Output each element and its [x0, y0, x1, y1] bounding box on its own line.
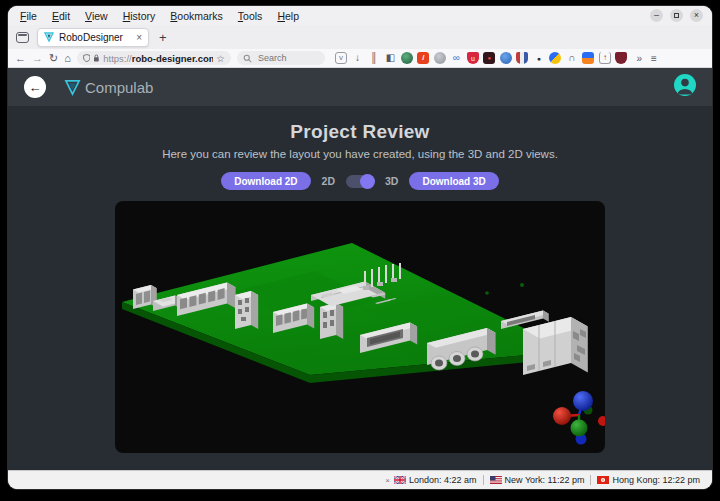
split-square-extension-icon[interactable]: [582, 52, 594, 64]
close-button[interactable]: ×: [690, 9, 703, 22]
clock-hong-kong: Hong Kong: 12:22 pm: [590, 475, 706, 485]
bookmark-star-icon[interactable]: ☆: [216, 53, 225, 64]
tab-favicon: [44, 32, 54, 42]
us-flag-icon: [490, 476, 502, 484]
pcb-3d-view[interactable]: [115, 201, 605, 453]
user-avatar[interactable]: [674, 74, 696, 100]
menu-tools[interactable]: Tools: [238, 10, 263, 22]
browser-window: File Edit View History Bookmarks Tools H…: [8, 6, 712, 489]
downloads-icon[interactable]: ↓: [351, 52, 363, 64]
listen-extension-icon[interactable]: ∩: [566, 52, 578, 64]
gray-globe-extension-icon[interactable]: [434, 52, 446, 64]
tab-robodesigner[interactable]: RoboDesigner ×: [37, 28, 149, 47]
library-icon[interactable]: ║: [368, 52, 380, 64]
blue-link-extension-icon[interactable]: ∞: [450, 52, 462, 64]
maroon-shield-extension-icon[interactable]: [615, 52, 627, 64]
minimize-button[interactable]: –: [650, 9, 663, 22]
tracking-shield-icon[interactable]: [83, 53, 91, 63]
axis-red-sphere: [553, 407, 571, 425]
pcb-board: [122, 243, 570, 383]
menu-file[interactable]: File: [20, 10, 37, 22]
firefox-view-icon[interactable]: [16, 32, 29, 43]
uk-flag-icon: [394, 476, 406, 484]
page-title: Project Review: [290, 121, 429, 143]
flag-shield-extension-icon[interactable]: [516, 52, 528, 64]
brand-name: Compulab: [85, 79, 153, 96]
status-bar: × London: 4:22 am: [8, 470, 712, 489]
component-vertical-connector-a: [235, 291, 258, 329]
tab-title: RoboDesigner: [59, 32, 131, 43]
sidebar-icon[interactable]: ◧: [384, 52, 396, 64]
extensions-row: v ↓ ║ ◧ / ∞ u ● ● ∩ ↑: [335, 52, 628, 64]
overflow-chevron-icon[interactable]: »: [636, 53, 642, 64]
component-rj45-block: [523, 317, 588, 375]
maximize-icon: [674, 13, 679, 18]
pocket-icon[interactable]: v: [335, 52, 347, 64]
app-menu-icon[interactable]: ≡: [651, 53, 657, 64]
axis-gizmo[interactable]: [553, 391, 605, 445]
view-toggle[interactable]: [346, 175, 374, 188]
axis-green-sphere: [571, 420, 588, 437]
label-2d: 2D: [322, 175, 335, 187]
avatar-icon: [674, 74, 696, 96]
clock-label: London: 4:22 am: [409, 475, 477, 485]
lock-icon[interactable]: [93, 53, 100, 63]
url-scheme: https://: [103, 53, 132, 64]
maximize-button[interactable]: [670, 9, 683, 22]
split-circle-extension-icon[interactable]: [549, 52, 561, 64]
url-bar[interactable]: https://robo-designer.com/pro ☆: [77, 51, 231, 65]
dark-badge-extension-icon[interactable]: ●: [483, 52, 495, 64]
compulab-logo-icon: [64, 79, 81, 96]
download-2d-button[interactable]: Download 2D: [221, 172, 310, 190]
clock-london: × London: 4:22 am: [379, 475, 482, 485]
tab-bar: RoboDesigner × +: [8, 25, 712, 49]
menu-view[interactable]: View: [85, 10, 108, 22]
page-subtitle: Here you can review the layout you have …: [162, 148, 558, 160]
3d-viewport[interactable]: [115, 201, 605, 453]
url-host: robo-designer.com: [132, 53, 214, 64]
main-content: Project Review Here you can review the l…: [8, 106, 712, 472]
back-icon[interactable]: ←: [15, 53, 26, 64]
toggle-knob: [360, 174, 375, 189]
site-back-button[interactable]: ←: [24, 76, 46, 98]
page-content: ← Compulab: [8, 68, 712, 472]
forward-icon[interactable]: →: [32, 53, 43, 64]
menu-bookmarks[interactable]: Bookmarks: [170, 10, 223, 22]
menubar: File Edit View History Bookmarks Tools H…: [8, 6, 712, 25]
new-tab-button[interactable]: +: [159, 30, 167, 45]
clock-label: Hong Kong: 12:22 pm: [612, 475, 700, 485]
green-circle-extension-icon[interactable]: [401, 52, 413, 64]
search-bar[interactable]: [237, 51, 325, 65]
component-vertical-connector-b: [320, 303, 343, 339]
home-icon[interactable]: ⌂: [64, 53, 71, 64]
clock-new-york: New York: 11:22 pm: [483, 475, 591, 485]
dark-bird-extension-icon[interactable]: ●: [533, 52, 545, 64]
red-shield-extension-icon[interactable]: u: [467, 52, 479, 64]
menu-edit[interactable]: Edit: [52, 10, 70, 22]
axis-neg-red-sphere: [598, 416, 605, 426]
search-input[interactable]: [256, 52, 316, 64]
download-3d-button[interactable]: Download 3D: [409, 172, 498, 190]
red-slash-extension-icon[interactable]: /: [417, 52, 429, 64]
label-3d: 3D: [385, 175, 398, 187]
share-icon[interactable]: ↑: [599, 52, 611, 64]
menu-help[interactable]: Help: [277, 10, 299, 22]
screen: File Edit View History Bookmarks Tools H…: [0, 0, 720, 501]
navigation-toolbar: ← → ↻ ⌂ https://robo-designer.com/pro ☆: [8, 49, 712, 68]
brand-logo[interactable]: Compulab: [64, 79, 153, 96]
menu-history[interactable]: History: [123, 10, 156, 22]
search-icon: [243, 54, 252, 63]
blue-globe-extension-icon[interactable]: [500, 52, 512, 64]
hk-flag-icon: [597, 476, 609, 484]
tab-close-icon[interactable]: ×: [136, 32, 142, 43]
reload-icon[interactable]: ↻: [49, 53, 58, 64]
clock-label: New York: 11:22 pm: [505, 475, 585, 485]
site-navbar: ← Compulab: [8, 68, 712, 106]
window-controls: – ×: [650, 9, 703, 22]
clock-close-icon[interactable]: ×: [385, 476, 390, 485]
axis-blue-sphere: [573, 391, 593, 411]
view-controls: Download 2D 2D 3D Download 3D: [221, 172, 499, 190]
